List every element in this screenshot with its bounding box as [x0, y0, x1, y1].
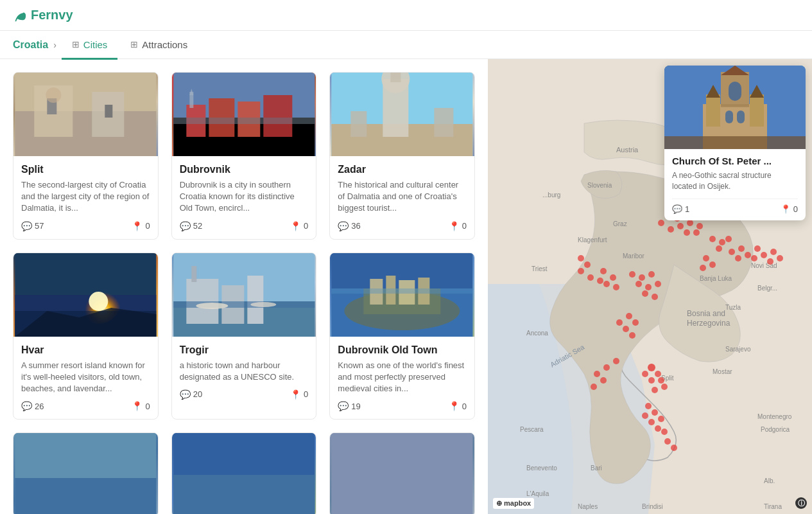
attractions-tab-icon: ⊞ — [130, 39, 138, 49]
dubrovnik-old-illustration — [330, 253, 474, 337]
svg-point-88 — [687, 220, 693, 226]
card-zadar-comments: 💬 36 — [338, 221, 360, 231]
svg-point-89 — [696, 223, 703, 229]
card-trogir-comments: 💬 20 — [180, 389, 202, 400]
svg-text:Klagenfurt: Klagenfurt — [578, 236, 607, 244]
svg-rect-164 — [721, 104, 749, 107]
card-hvar-desc: A summer resort island known for it's we… — [21, 360, 150, 395]
card-trogir-title: Trogir — [180, 344, 309, 356]
tab-attractions[interactable]: ⊞ Attractions — [120, 31, 198, 60]
map-panel[interactable]: Austria Vienna Br... Slovenia ...burg Gr… — [488, 59, 812, 514]
svg-text:Naples: Naples — [578, 503, 598, 510]
card-dubrovnik-old-town[interactable]: Dubrovnik Old Town Known as one of the w… — [329, 253, 475, 420]
svg-point-115 — [761, 252, 767, 258]
card-split-meta: 💬 57 📍 0 — [21, 221, 150, 231]
comment-icon: 💬 — [21, 221, 32, 231]
svg-point-104 — [652, 294, 658, 300]
svg-rect-12 — [263, 95, 292, 137]
svg-point-142 — [594, 371, 600, 377]
card-dubrovnik[interactable]: Dubrovnik Dubrovnik is a city in souther… — [171, 72, 317, 240]
card-bottom-1[interactable] — [13, 432, 159, 514]
mapbox-logo: ⊕ mapbox — [493, 498, 534, 509]
svg-point-86 — [668, 226, 674, 233]
svg-rect-162 — [737, 111, 745, 123]
card-zadar-meta: 💬 36 📍 0 — [338, 221, 467, 231]
cities-panel[interactable]: Split The second-largest city of Croatia… — [0, 59, 488, 514]
svg-text:Belgr...: Belgr... — [757, 285, 777, 292]
card-trogir[interactable]: Trogir a historic town and harbour desig… — [171, 253, 317, 420]
svg-point-135 — [658, 416, 664, 422]
popup-body: Church Of St. Peter ... A neo-Gothic sac… — [664, 149, 806, 220]
svg-point-93 — [610, 274, 616, 281]
svg-rect-33 — [247, 276, 263, 324]
svg-point-149 — [703, 255, 709, 261]
svg-point-110 — [735, 255, 741, 261]
card-hvar-title: Hvar — [21, 344, 150, 356]
popup-meta: 💬 1 📍 0 — [672, 199, 798, 214]
svg-point-26 — [89, 292, 108, 311]
svg-point-143 — [600, 377, 607, 384]
comment-icon: 💬 — [180, 221, 191, 231]
comment-icon: 💬 — [672, 204, 682, 214]
card-split[interactable]: Split The second-largest city of Croatia… — [13, 72, 159, 240]
card-hvar[interactable]: Hvar A summer resort island known for it… — [13, 253, 159, 420]
svg-point-119 — [626, 313, 632, 319]
breadcrumb-country[interactable]: Croatia — [13, 39, 48, 51]
svg-point-108 — [716, 245, 722, 252]
svg-rect-158 — [750, 94, 764, 127]
card-split-comments: 💬 57 — [21, 221, 44, 231]
svg-point-87 — [677, 223, 684, 229]
svg-point-133 — [642, 412, 648, 419]
svg-rect-46 — [332, 288, 473, 294]
svg-rect-20 — [391, 73, 401, 82]
card-dubrovnik-saves: 📍 0 — [290, 221, 308, 231]
card-trogir-image — [172, 253, 316, 337]
svg-point-112 — [745, 252, 751, 258]
svg-point-146 — [584, 261, 591, 268]
svg-point-92 — [600, 268, 607, 274]
map-info-button[interactable]: ⓘ — [795, 497, 807, 509]
svg-point-111 — [738, 245, 745, 252]
svg-point-97 — [629, 271, 635, 278]
svg-point-136 — [655, 425, 661, 432]
save-icon: 📍 — [290, 389, 301, 400]
svg-point-118 — [777, 255, 783, 261]
bottom-cards-row — [13, 432, 475, 514]
svg-point-96 — [597, 278, 603, 284]
card-split-desc: The second-largest city of Croatia and t… — [21, 179, 150, 215]
svg-text:Novi Sad: Novi Sad — [751, 262, 777, 269]
svg-text:Podgorica: Podgorica — [761, 426, 790, 433]
svg-text:Tirana: Tirana — [764, 503, 782, 510]
svg-point-103 — [642, 290, 648, 297]
svg-point-129 — [661, 384, 668, 390]
card-hvar-saves: 📍 0 — [132, 401, 150, 411]
card-bottom-3[interactable] — [329, 432, 475, 514]
card-hvar-comments: 💬 26 — [21, 401, 44, 411]
tab-cities[interactable]: ⊞ Cities — [62, 31, 118, 60]
svg-point-91 — [693, 229, 700, 236]
svg-text:Austria: Austria — [616, 146, 639, 154]
svg-point-150 — [709, 261, 716, 268]
svg-rect-21 — [351, 111, 367, 137]
svg-point-148 — [587, 274, 594, 281]
svg-text:Mostar: Mostar — [713, 368, 732, 375]
svg-point-144 — [591, 384, 597, 390]
svg-point-126 — [642, 371, 648, 377]
card-dubrovnik-title: Dubrovnik — [180, 164, 309, 175]
svg-text:Alb.: Alb. — [764, 477, 775, 484]
svg-rect-51 — [332, 433, 473, 514]
card-dubrovnik-old-meta: 💬 19 📍 0 — [338, 401, 467, 411]
svg-point-145 — [578, 255, 584, 261]
card-bottom-2[interactable] — [171, 432, 317, 514]
map-container[interactable]: Austria Vienna Br... Slovenia ...burg Gr… — [488, 59, 812, 514]
logo[interactable]: Fernvy — [13, 8, 73, 22]
svg-point-116 — [767, 258, 773, 265]
svg-point-131 — [645, 403, 652, 409]
svg-rect-6 — [105, 105, 112, 118]
popup-description: A neo-Gothic sacral structure located in… — [672, 170, 798, 192]
cities-tab-icon: ⊞ — [72, 39, 80, 49]
svg-point-151 — [700, 265, 706, 271]
popup-title: Church Of St. Peter ... — [672, 155, 798, 166]
svg-text:...burg: ...burg — [542, 191, 560, 199]
card-zadar[interactable]: Zadar The historical and cultural center… — [329, 72, 475, 240]
